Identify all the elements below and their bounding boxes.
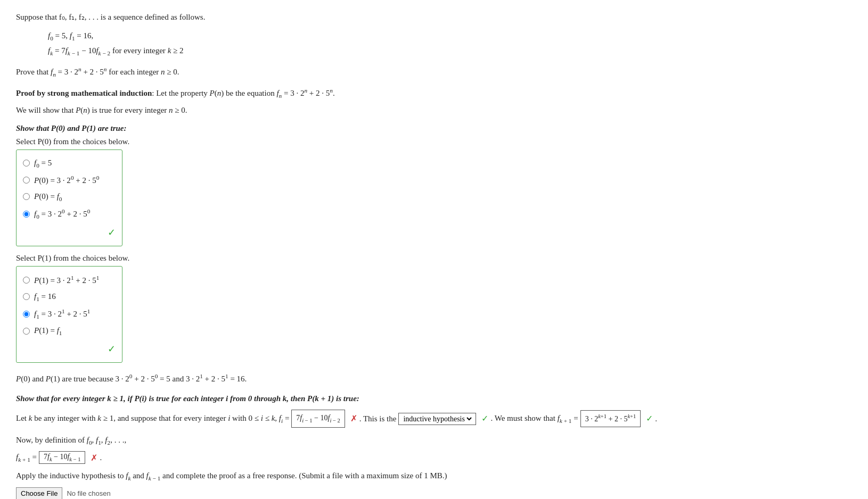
p0-choice-2[interactable]: P(0) = 3 · 20 + 2 · 50 xyxy=(23,172,116,188)
p0-label-4: f0 = 3 · 20 + 2 · 50 xyxy=(34,206,90,222)
p1-label-2: f1 = 16 xyxy=(34,289,56,304)
p1-radio-2[interactable] xyxy=(23,293,30,300)
let-k-line: Let k be any integer with k ≥ 1, and sup… xyxy=(16,410,852,428)
p0-checkmark: ✓ xyxy=(23,224,116,241)
p0-label-3: P(0) = f0 xyxy=(34,189,62,204)
seq-line1: f0 = 5, f1 = 16, xyxy=(48,29,852,44)
definition-line: Now, by definition of f0, f1, f2, . . ., xyxy=(16,433,852,448)
p1-radio-3[interactable] xyxy=(23,311,30,318)
let-k-text: Let k be any integer with k ≥ 1, and sup… xyxy=(16,411,289,426)
sequence-def: f0 = 5, f1 = 16, fk = 7fk − 1 − 10fk − 2… xyxy=(48,29,852,59)
p1-radio-1[interactable] xyxy=(23,277,30,284)
show-p0-p1-header: Show that P(0) and P(1) are true: xyxy=(16,124,852,133)
prove-text: Prove that fn = 3 · 2n + 2 · 5n for each… xyxy=(16,64,852,79)
this-is-text: . This is the xyxy=(359,412,397,426)
choose-file-button[interactable]: Choose File xyxy=(16,487,62,499)
p1-choice-1[interactable]: P(1) = 3 · 21 + 2 · 51 xyxy=(23,272,116,288)
p1-choice-3[interactable]: f1 = 3 · 21 + 2 · 51 xyxy=(23,306,116,322)
p1-label-4: P(1) = f1 xyxy=(34,323,62,338)
p0-radio-1[interactable] xyxy=(23,160,30,167)
hypothesis-dropdown[interactable]: inductive hypothesis base case conclusio… xyxy=(398,413,476,425)
show-inductive-header: Show that for every integer k ≥ 1, if P(… xyxy=(16,393,852,405)
no-file-text: No file chosen xyxy=(67,489,110,497)
p0-choice-1[interactable]: f0 = 5 xyxy=(23,156,116,171)
p0-radio-2[interactable] xyxy=(23,177,30,184)
p0-choice-3[interactable]: P(0) = f0 xyxy=(23,189,116,204)
p1-radio-4[interactable] xyxy=(23,328,30,335)
fk1-check-icon: ✓ xyxy=(646,411,653,427)
proof-header-bold: Proof by strong mathematical induction xyxy=(16,89,152,97)
p1-label-1: P(1) = 3 · 21 + 2 · 51 xyxy=(34,272,99,288)
p0-choice-4[interactable]: f0 = 3 · 20 + 2 · 50 xyxy=(23,206,116,222)
p1-label-3: f1 = 3 · 21 + 2 · 51 xyxy=(34,306,90,322)
fi-cross-icon: ✗ xyxy=(350,411,357,427)
p0-label-1: f0 = 5 xyxy=(34,156,52,171)
p0-choice-box: f0 = 5 P(0) = 3 · 20 + 2 · 50 P(0) = f0 … xyxy=(16,149,122,246)
proof-header: Proof by strong mathematical induction: … xyxy=(16,86,852,101)
p0-radio-4[interactable] xyxy=(23,211,30,218)
fk1-period: . xyxy=(100,453,102,462)
p1-choice-4[interactable]: P(1) = f1 xyxy=(23,323,116,338)
fk1-cross-icon: ✗ xyxy=(91,453,97,463)
p1-choice-2[interactable]: f1 = 16 xyxy=(23,289,116,304)
select-p0-label: Select P(0) from the choices below. xyxy=(16,137,852,146)
select-p1-label: Select P(1) from the choices below. xyxy=(16,254,852,263)
intro-text: Suppose that f₀, f₁, f₂, . . . is a sequ… xyxy=(16,11,852,23)
period-1: . xyxy=(655,412,657,426)
apply-text: Apply the inductive hypothesis to fk and… xyxy=(16,469,852,483)
true-because: P(0) and P(1) are true because 3 · 20 + … xyxy=(16,371,852,385)
p1-choice-box: P(1) = 3 · 21 + 2 · 51 f1 = 16 f1 = 3 · … xyxy=(16,266,122,363)
seq-line2: fk = 7fk − 1 − 10fk − 2 for every intege… xyxy=(48,44,852,59)
fk1-definition-line: fk + 1 = 7fk − 10fk − 1 ✗ . xyxy=(16,451,852,464)
p1-checkmark: ✓ xyxy=(23,340,116,357)
fi-box[interactable]: 7fi − 1 − 10fi − 2 xyxy=(291,410,345,428)
p0-radio-3[interactable] xyxy=(23,193,30,200)
fk1-def-box[interactable]: 7fk − 10fk − 1 xyxy=(39,451,85,464)
must-show-text: . We must show that fk + 1 = xyxy=(490,411,578,426)
file-input-row[interactable]: Choose File No file chosen xyxy=(16,487,852,499)
hypothesis-select[interactable]: inductive hypothesis base case conclusio… xyxy=(401,414,473,423)
fk1-prefix: fk + 1 = xyxy=(16,453,37,463)
p0-label-2: P(0) = 3 · 20 + 2 · 50 xyxy=(34,172,99,188)
will-show: We will show that P(n) is true for every… xyxy=(16,104,852,117)
hypothesis-check-icon: ✓ xyxy=(481,411,488,427)
fk1-box[interactable]: 3 · 2k+1 + 2 · 5k+1 xyxy=(580,410,641,427)
